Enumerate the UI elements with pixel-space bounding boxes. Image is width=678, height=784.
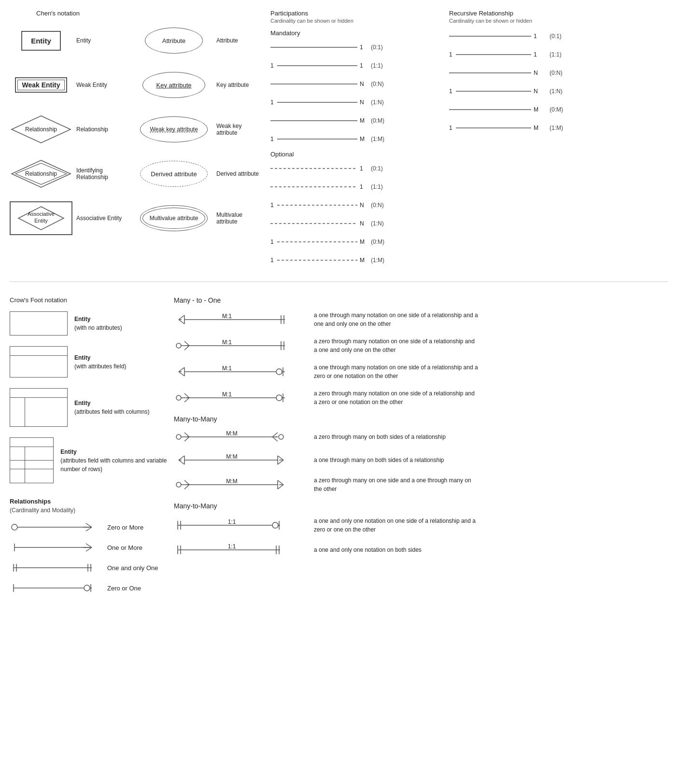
opt-line-1m: 1 M [270, 255, 367, 265]
svg-line-120 [278, 456, 283, 460]
many-to-many2-header: Many-to-Many [174, 502, 512, 510]
optional-1n-svg: N [270, 219, 367, 228]
rec-0n-svg: N [449, 68, 546, 78]
svg-line-125 [184, 480, 189, 485]
svg-line-81 [184, 341, 189, 346]
key-attribute-ellipse: Key attribute [142, 72, 205, 98]
opt-line-1n: N [270, 219, 367, 228]
mandatory-11-svg: 1 1 [270, 61, 367, 70]
svg-text:1:1: 1:1 [228, 518, 236, 525]
rec-card-1n: (1:N) [550, 88, 563, 95]
svg-line-89 [179, 372, 184, 376]
crows-foot-section: Crow's Foot notation Entity (with no att… [10, 296, 668, 602]
cf-desc-m1-2: a zero through many notation on one side… [314, 337, 478, 354]
entity-symbol: Entity [10, 24, 72, 57]
part-line-1m: 1 M [270, 134, 367, 144]
relationships-section: Relationships (Cardinality and Modality) [10, 498, 174, 594]
part-row-1n: 1 N (1:N) [270, 96, 449, 109]
svg-point-124 [176, 482, 181, 487]
svg-text:M: M [360, 136, 365, 142]
cf-row-11-1: 1:1 a one and only one notation on one s… [174, 517, 512, 534]
opt-row-1n: N (1:N) [270, 217, 449, 230]
identifying-label: Identifying Relationship [72, 167, 135, 181]
svg-text:1: 1 [360, 44, 363, 51]
weak-entity-symbol: Weak Entity [10, 68, 72, 102]
svg-line-60 [86, 544, 92, 547]
svg-text:Associative: Associative [28, 211, 55, 217]
key-attr-symbol: Key attribute [135, 68, 212, 102]
weak-key-ellipse: Weak key attribute [140, 116, 208, 142]
svg-text:1: 1 [449, 88, 452, 95]
svg-line-73 [179, 320, 184, 324]
rel-one-more: One or More [10, 542, 174, 553]
entity-label: Entity [72, 37, 135, 44]
rec-row-1m: 1 M (1:M) [449, 121, 584, 135]
cf-entity-attr: Entity (with attributes field) [10, 346, 174, 378]
rec-card-0n: (0:N) [550, 70, 563, 76]
weak-key-label: Weak key attribute [212, 123, 261, 136]
opt-line-11: 1 [270, 182, 367, 192]
svg-text:1: 1 [270, 99, 274, 106]
entity-box: Entity [21, 31, 61, 51]
crows-left-panel: Crow's Foot notation Entity (with no att… [10, 296, 174, 602]
multivalue-ellipse: Multivalue attribute [140, 205, 208, 231]
attribute-ellipse: Attribute [145, 28, 203, 54]
one-more-label: One or More [107, 544, 142, 551]
relationship-symbol: Relationship [10, 112, 72, 146]
relationship-label: Relationship [72, 126, 135, 133]
svg-text:M:1: M:1 [222, 339, 232, 346]
svg-line-55 [86, 523, 92, 527]
rec-row-0n: N (0:N) [449, 66, 584, 80]
opt-line-0m: 1 M [270, 237, 367, 247]
svg-text:1: 1 [270, 62, 274, 69]
svg-text:M:M: M:M [226, 430, 237, 437]
rec-card-11: (1:1) [550, 51, 562, 58]
svg-point-96 [176, 395, 181, 400]
svg-line-61 [86, 547, 92, 551]
svg-line-98 [184, 398, 189, 402]
card-01: (0:1) [371, 44, 383, 51]
svg-point-113 [279, 434, 283, 439]
cf-line-m1-2: M:1 [174, 338, 309, 353]
svg-text:M:M: M:M [226, 453, 237, 460]
card-0n: (0:N) [371, 81, 384, 87]
opt-card-0m: (0:M) [371, 238, 384, 245]
svg-text:N: N [360, 220, 364, 227]
svg-text:Entity: Entity [34, 218, 48, 224]
mandatory-label: Mandatory [270, 29, 449, 37]
rec-card-1m: (1:M) [550, 125, 563, 131]
rec-card-01: (0:1) [550, 33, 562, 40]
svg-text:1:1: 1:1 [228, 543, 236, 550]
svg-point-94 [276, 369, 282, 375]
svg-line-88 [179, 367, 184, 372]
svg-text:M: M [360, 257, 365, 264]
cf-desc-11-2: a one and only one notation on both side… [314, 546, 478, 554]
card-0m: (0:M) [371, 117, 384, 124]
page-wrapper: Chen's notation Entity Entity Attribute … [10, 10, 668, 602]
part-row-0m: M (0:M) [270, 114, 449, 127]
opt-card-0n: (0:N) [371, 202, 384, 209]
chens-panel: Chen's notation Entity Entity Attribute … [10, 10, 270, 246]
m1-3-svg: M:1 [174, 364, 309, 379]
svg-text:M: M [534, 106, 538, 113]
svg-point-104 [176, 434, 181, 439]
cf-entity-cols-label: Entity (attributes field with columns) [74, 399, 149, 416]
chens-row-identifying: Relationship Identifying Relationship De… [10, 157, 270, 191]
rec-01-svg: 1 [449, 31, 546, 41]
svg-line-131 [278, 485, 283, 489]
opt-row-0m: 1 M (0:M) [270, 235, 449, 249]
svg-text:1: 1 [534, 51, 537, 58]
svg-line-72 [179, 315, 184, 320]
svg-text:Relationship: Relationship [25, 126, 57, 133]
identifying-symbol: Relationship [10, 157, 72, 191]
svg-text:1: 1 [449, 125, 452, 131]
svg-text:Relationship: Relationship [25, 170, 57, 177]
svg-line-130 [278, 480, 283, 485]
cf-row-mm-2: M:M a one through many on both sides of … [174, 453, 512, 467]
11-1-svg: 1:1 [174, 518, 309, 532]
cf-line-11-2: 1:1 [174, 543, 309, 557]
cf-row-m1-2: M:1 a zero through many notation on one … [174, 337, 512, 354]
part-line-0m: M [270, 116, 367, 126]
recursive-subheader: Cardinality can be shown or hidden [449, 18, 584, 24]
svg-text:M:M: M:M [226, 478, 237, 485]
